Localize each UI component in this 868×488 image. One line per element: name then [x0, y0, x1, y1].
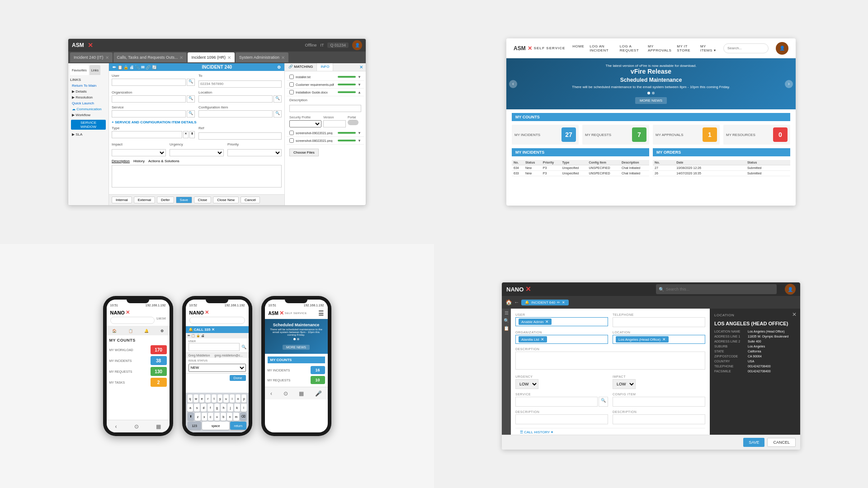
nano-desc3-input[interactable]: [613, 414, 705, 424]
call-close-icon[interactable]: ✕: [212, 328, 215, 332]
info-tab[interactable]: INFO: [317, 63, 333, 71]
matching-tab[interactable]: 🔗 MATCHING: [285, 63, 317, 71]
hero-arrow-right[interactable]: ›: [785, 80, 793, 88]
incident-tab-edit[interactable]: ✏: [557, 300, 560, 305]
file-checkbox[interactable]: [289, 138, 294, 143]
phone-nav-home[interactable]: ⊙: [134, 423, 139, 430]
key-i[interactable]: i: [230, 394, 235, 403]
urgency-select[interactable]: [170, 149, 224, 156]
sidebar-tab-favourites[interactable]: Favourites: [70, 65, 89, 75]
nano-service-input[interactable]: [515, 397, 598, 407]
table-row[interactable]: 634 New P3 Unspecified UNSPECIFIED Chat …: [512, 165, 649, 171]
phone-nav-apps-3[interactable]: ▦: [299, 390, 304, 397]
table-row[interactable]: 27 10/08/2020 12:26 Submitted: [653, 165, 790, 171]
user-tag-close[interactable]: ✕: [545, 319, 549, 324]
nano-search-input[interactable]: [666, 287, 774, 291]
key-c[interactable]: c: [208, 413, 213, 421]
nav-log-request[interactable]: LOG A REQUEST: [620, 44, 642, 52]
phone-nav-mic[interactable]: 🎤: [315, 390, 322, 397]
service-search-icon[interactable]: 🔍: [187, 110, 195, 117]
sidebar-tab-links[interactable]: Links: [90, 65, 100, 75]
phone-menu-icon[interactable]: ☰: [318, 310, 324, 317]
nav-it-store[interactable]: MY IT STORE: [677, 44, 695, 52]
key-a[interactable]: a: [187, 404, 193, 412]
nav-log-incident[interactable]: LOG AN INCIDENT: [590, 44, 614, 52]
file-checkbox[interactable]: [289, 82, 294, 87]
service-window-btn[interactable]: SERVICE WINDOW: [71, 120, 106, 130]
tab-sys-admin[interactable]: System Administration ✕: [236, 52, 288, 62]
phone-more-news-btn[interactable]: MORE NEWS: [283, 345, 310, 350]
key-k[interactable]: k: [234, 404, 240, 412]
external-btn[interactable]: External: [134, 197, 155, 203]
sidebar-icon-3[interactable]: 📋: [504, 326, 509, 331]
hero-dot-1[interactable]: [647, 92, 650, 94]
phone-search-1[interactable]: [110, 317, 155, 324]
history-tab[interactable]: History: [133, 159, 145, 163]
incident-tab[interactable]: 🔔 INCIDENT 640 ✏ ✕: [521, 300, 569, 305]
user-search-icon[interactable]: 🔍: [187, 79, 195, 86]
file-checkbox[interactable]: [289, 90, 294, 94]
nav-my-items[interactable]: MY ITEMS ▾: [700, 44, 716, 52]
key-space[interactable]: space: [202, 422, 229, 430]
key-e[interactable]: e: [199, 394, 204, 403]
sidebar-workflow[interactable]: ▶ Workflow: [70, 112, 107, 118]
tab-close-icon[interactable]: ✕: [105, 55, 109, 60]
location-panel-close[interactable]: ✕: [792, 311, 797, 318]
nav-home[interactable]: HOME: [572, 44, 584, 52]
nav-back-icon[interactable]: ←: [514, 299, 519, 305]
location-search-icon[interactable]: 🔍: [274, 95, 282, 103]
key-h[interactable]: h: [221, 404, 226, 412]
sidebar-communication[interactable]: ☁ Communication: [70, 106, 107, 112]
portal-toggle[interactable]: [348, 120, 359, 125]
description-input[interactable]: [289, 105, 361, 112]
security-select[interactable]: [289, 120, 321, 127]
cancel-btn[interactable]: Cancel: [241, 197, 260, 203]
to-input[interactable]: [198, 80, 282, 88]
key-m[interactable]: m: [233, 413, 239, 421]
key-w[interactable]: w: [193, 394, 198, 403]
tab-incident-240[interactable]: Incident 240 (IT) ✕: [70, 52, 113, 62]
sidebar-details[interactable]: ▶ Details: [70, 89, 107, 94]
nav-approvals[interactable]: MY APPROVALS: [648, 44, 671, 52]
close-btn[interactable]: Close: [194, 197, 211, 203]
phone-nav-back-3[interactable]: ‹: [270, 390, 272, 397]
type-expand-icon[interactable]: ⬆: [189, 131, 195, 138]
phone-nav-back[interactable]: ‹: [115, 423, 117, 430]
key-f[interactable]: f: [208, 404, 213, 412]
sidebar-icon-2[interactable]: 🔍: [504, 318, 509, 323]
key-123[interactable]: 123: [188, 422, 201, 430]
nano-urgency-select[interactable]: LOW: [515, 379, 538, 389]
key-backspace[interactable]: ⌫: [240, 413, 247, 421]
sidebar-icon-1[interactable]: ☰: [505, 310, 509, 315]
tab-close-icon[interactable]: ✕: [179, 55, 183, 60]
key-t[interactable]: t: [212, 394, 217, 403]
key-s[interactable]: s: [194, 404, 200, 412]
more-news-btn[interactable]: MORE NEWS: [635, 97, 667, 104]
tab-calls[interactable]: Calls, Tasks and Requests Outs... ✕: [113, 52, 187, 62]
key-z[interactable]: z: [195, 413, 200, 421]
phone-status-select[interactable]: NEW: [189, 364, 246, 372]
ss-search-input[interactable]: [723, 43, 769, 53]
done-btn[interactable]: Done: [230, 375, 245, 381]
nano-ci-input[interactable]: [613, 397, 705, 407]
key-r[interactable]: r: [205, 394, 210, 403]
user-input[interactable]: [112, 79, 186, 86]
sidebar-return[interactable]: Return To Main: [70, 83, 107, 89]
type-clear-icon[interactable]: ✕: [183, 131, 189, 138]
phone-search-2[interactable]: [189, 317, 245, 324]
key-l[interactable]: l: [241, 404, 247, 412]
phone-nav-home-3[interactable]: ⊙: [283, 390, 288, 397]
hero-arrow-left[interactable]: ‹: [509, 80, 517, 88]
service-input[interactable]: [112, 110, 186, 117]
key-x[interactable]: x: [202, 413, 207, 421]
nano-tel-input[interactable]: [613, 317, 705, 327]
org-tag-close[interactable]: ✕: [541, 337, 544, 342]
phone-user-input[interactable]: [189, 343, 240, 351]
close-new-btn[interactable]: Close New: [213, 197, 239, 203]
hero-dot-2[interactable]: [652, 92, 655, 94]
org-search-icon[interactable]: 🔍: [187, 95, 195, 103]
nano-desc2-input[interactable]: [515, 414, 608, 424]
key-j[interactable]: j: [227, 404, 233, 412]
nano-cancel-btn[interactable]: CANCEL: [767, 438, 796, 447]
file-checkbox[interactable]: [289, 131, 294, 135]
